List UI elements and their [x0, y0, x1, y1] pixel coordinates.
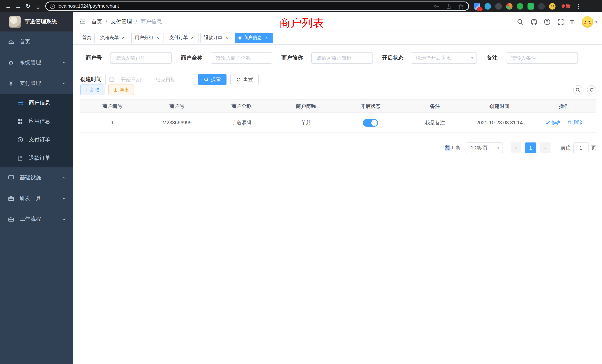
goto-page-input[interactable]: [573, 142, 589, 153]
extension-icon-3[interactable]: [495, 3, 502, 10]
sidebar-item-system[interactable]: ⚙ 系统管理: [0, 52, 73, 73]
home-icon[interactable]: ⌂: [33, 1, 43, 11]
forward-icon[interactable]: →: [13, 1, 23, 11]
extension-icon-8[interactable]: [549, 3, 556, 10]
export-button[interactable]: 导出: [108, 85, 134, 95]
info-icon[interactable]: i: [50, 4, 55, 9]
edit-link-label: 修改: [551, 119, 561, 126]
extension-icon-5[interactable]: [517, 3, 523, 10]
dashboard-icon: [8, 39, 14, 45]
browser-menu-icon[interactable]: ⋮: [574, 3, 583, 9]
delete-link[interactable]: 删除: [567, 119, 582, 126]
sidebar-item-home[interactable]: 首页: [0, 32, 73, 52]
close-icon[interactable]: ×: [264, 35, 269, 41]
navbar-actions: TT ▾: [516, 16, 602, 28]
extension-icon-7[interactable]: [538, 3, 545, 10]
col-actions: 操作: [532, 100, 596, 113]
yen-icon: ¥: [8, 80, 14, 86]
share-icon[interactable]: [445, 2, 452, 10]
url-text: localhost:1024/pay/merchant: [58, 3, 119, 9]
address-bar[interactable]: i localhost:1024/pay/merchant: [45, 1, 469, 11]
sidebar-item-app-info[interactable]: 应用信息: [0, 112, 73, 130]
sidebar-item-dev-tools[interactable]: 研发工具: [0, 188, 73, 209]
extension-icon-1[interactable]: 10: [474, 3, 480, 10]
col-merchant-name: 商户全称: [209, 100, 274, 113]
reset-button[interactable]: 重置: [230, 74, 259, 85]
remark-input[interactable]: [506, 52, 578, 64]
tab-label: 支付订单: [169, 34, 188, 41]
trash-icon: [567, 120, 572, 125]
breadcrumb-separator: /: [136, 19, 137, 25]
reload-icon[interactable]: ↻: [23, 1, 33, 11]
help-icon[interactable]: [543, 18, 551, 26]
filter-label-create-time: 创建时间: [80, 76, 102, 83]
sidebar-item-pay-orders[interactable]: 支付订单: [0, 130, 73, 149]
close-icon[interactable]: ×: [190, 35, 195, 41]
merchant-no-input[interactable]: [110, 52, 172, 64]
tab-refund-orders[interactable]: 退款订单 ×: [200, 33, 233, 43]
close-icon[interactable]: ×: [120, 35, 126, 41]
prev-page-button[interactable]: ‹: [511, 142, 521, 153]
filter-label-merchant-name: 商户全称: [180, 54, 202, 61]
close-icon[interactable]: ×: [224, 35, 230, 41]
sidebar-item-infra[interactable]: 基础设施: [0, 167, 73, 188]
sidebar-item-refund-orders[interactable]: 退款订单: [0, 149, 73, 167]
edit-link[interactable]: 修改: [546, 119, 561, 126]
fullscreen-icon[interactable]: [557, 18, 564, 26]
key-icon[interactable]: [432, 2, 440, 10]
bookmark-star-icon[interactable]: [457, 2, 464, 10]
sidebar-item-label: 应用信息: [29, 118, 50, 125]
hamburger-icon[interactable]: [73, 18, 91, 25]
user-menu[interactable]: ▾: [582, 16, 597, 28]
screen: ← → ↻ ⌂ i localhost:1024/pay/merchant 10: [0, 0, 602, 364]
font-size-icon[interactable]: TT: [570, 19, 576, 25]
extension-icon-6[interactable]: [527, 3, 534, 10]
breadcrumb-home[interactable]: 首页: [91, 18, 102, 25]
status-select-placeholder: 请选择开启状态: [416, 54, 451, 61]
search-icon[interactable]: [516, 18, 524, 26]
merchant-short-input[interactable]: [311, 52, 373, 64]
gear-icon: ⚙: [8, 60, 14, 65]
app-title: 芋道管理系统: [25, 18, 57, 25]
app-logo[interactable]: 芋道管理系统: [0, 12, 73, 32]
sidebar-item-merchant-info[interactable]: 商户信息: [0, 94, 73, 112]
github-icon[interactable]: [530, 18, 538, 26]
status-toggle[interactable]: [363, 119, 378, 126]
page-unit-label: 页: [591, 144, 596, 151]
status-select[interactable]: 请选择开启状态 ▾: [411, 52, 477, 64]
sidebar-item-payment[interactable]: ¥ 支付管理: [0, 73, 73, 94]
refresh-icon-button[interactable]: [587, 85, 596, 95]
page-size-select[interactable]: 10条/页 ▾: [466, 142, 503, 153]
breadcrumb-payment[interactable]: 支付管理: [110, 18, 132, 25]
grid-icon: [17, 118, 23, 124]
goto-label: 前往: [560, 144, 570, 151]
tab-pay-orders[interactable]: 支付订单 ×: [166, 33, 198, 43]
breadcrumb-separator: /: [106, 19, 107, 25]
tab-process-form[interactable]: 流程表单 ×: [97, 33, 129, 43]
page-1-button[interactable]: 1: [525, 142, 536, 153]
create-time-range-picker[interactable]: -: [105, 74, 195, 85]
tab-home[interactable]: 首页: [79, 33, 95, 43]
update-button[interactable]: 更新: [561, 3, 570, 10]
tab-user-group[interactable]: 用户分组 ×: [131, 33, 164, 43]
next-page-button[interactable]: ›: [540, 142, 550, 153]
merchant-name-input[interactable]: [211, 52, 272, 64]
add-button[interactable]: + 新增: [80, 85, 105, 95]
sidebar-item-label: 退款订单: [29, 155, 50, 162]
avatar[interactable]: [582, 16, 593, 28]
back-icon[interactable]: ←: [3, 1, 13, 11]
sidebar-item-label: 首页: [20, 38, 30, 45]
date-end-input[interactable]: [151, 76, 181, 82]
tab-merchant-info[interactable]: 商户信息 ×: [235, 33, 273, 43]
extension-icon-2[interactable]: [484, 3, 491, 10]
search-button[interactable]: 搜索: [198, 74, 226, 85]
col-merchant-no: 商户号: [145, 100, 209, 113]
sidebar-item-workflow[interactable]: 工作流程: [0, 209, 73, 230]
show-search-icon-button[interactable]: [573, 85, 582, 95]
date-start-input[interactable]: [116, 76, 146, 82]
tab-label: 首页: [82, 34, 91, 41]
close-icon[interactable]: ×: [155, 35, 161, 41]
plus-icon: +: [85, 87, 88, 93]
pagination-total-rest: 1 条: [450, 145, 460, 150]
extension-icon-4[interactable]: [506, 3, 513, 10]
